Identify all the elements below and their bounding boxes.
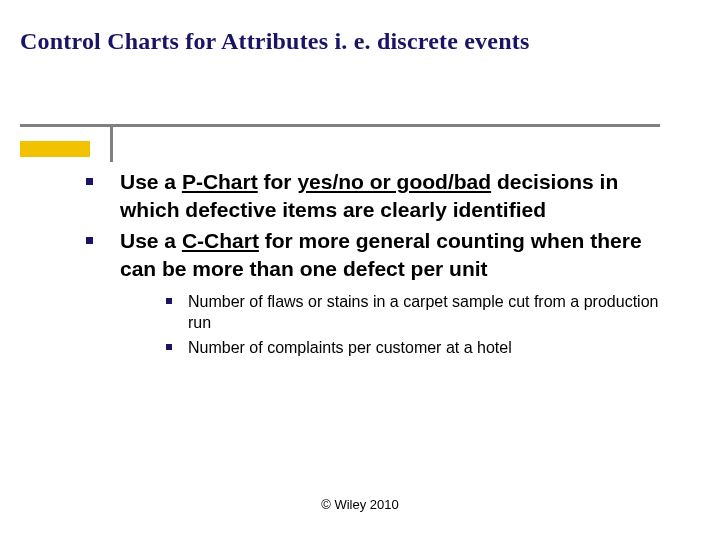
copyright-footer: © Wiley 2010 bbox=[0, 497, 720, 512]
text: Number of complaints per customer at a h… bbox=[188, 339, 512, 356]
underline-yesno: yes/no or good/bad bbox=[297, 170, 491, 193]
sub-list: Number of flaws or stains in a carpet sa… bbox=[70, 291, 680, 359]
sub-bullet-flaws: Number of flaws or stains in a carpet sa… bbox=[160, 291, 680, 334]
slide: Control Charts for Attributes i. e. disc… bbox=[0, 0, 720, 540]
text: Use a bbox=[120, 170, 182, 193]
bullet-p-chart: Use a P-Chart for yes/no or good/bad dec… bbox=[70, 168, 680, 223]
main-list: Use a P-Chart for yes/no or good/bad dec… bbox=[70, 168, 680, 283]
text: Use a bbox=[120, 229, 182, 252]
bullet-c-chart: Use a C-Chart for more general counting … bbox=[70, 227, 680, 282]
square-bullet-icon bbox=[166, 344, 172, 350]
content-area: Use a P-Chart for yes/no or good/bad dec… bbox=[70, 168, 680, 362]
square-bullet-icon bbox=[86, 178, 93, 185]
slide-title: Control Charts for Attributes i. e. disc… bbox=[20, 28, 529, 55]
text: Number of flaws or stains in a carpet sa… bbox=[188, 293, 658, 332]
divider-horizontal bbox=[20, 124, 660, 127]
underline-c-chart: C-Chart bbox=[182, 229, 259, 252]
underline-p-chart: P-Chart bbox=[182, 170, 258, 193]
square-bullet-icon bbox=[166, 298, 172, 304]
text: for bbox=[258, 170, 298, 193]
accent-bar bbox=[20, 141, 90, 157]
sub-bullet-complaints: Number of complaints per customer at a h… bbox=[160, 337, 680, 359]
square-bullet-icon bbox=[86, 237, 93, 244]
divider-vertical bbox=[110, 124, 113, 162]
